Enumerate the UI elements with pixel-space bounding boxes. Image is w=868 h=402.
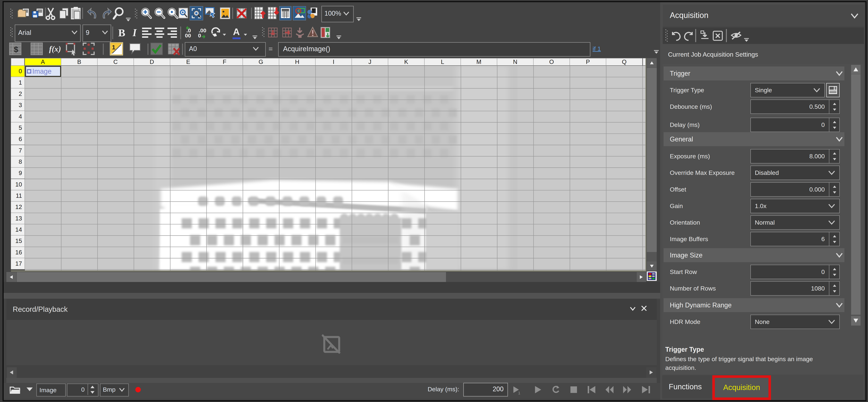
svg-text:1: 1 [518, 391, 520, 394]
svg-text:00: 00 [185, 33, 191, 38]
svg-text:f(x): f(x) [49, 44, 61, 54]
svg-text:0: 0 [198, 33, 201, 38]
svg-text:1: 1 [112, 44, 115, 51]
svg-text:$: $ [14, 45, 18, 54]
